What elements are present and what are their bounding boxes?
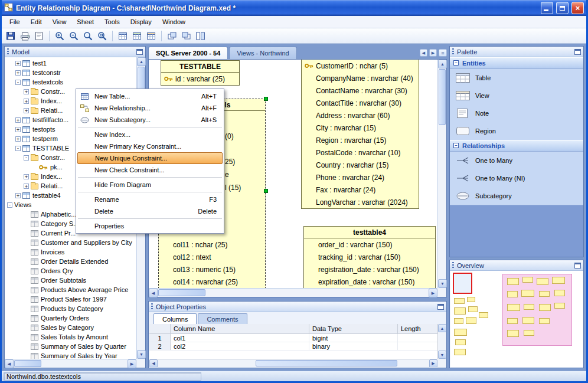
palette-header[interactable]: Palette	[450, 47, 583, 57]
scroll-right-button[interactable]: ▶	[429, 289, 437, 297]
grid-cell[interactable]	[398, 342, 441, 350]
minus-expander-icon[interactable]: -	[15, 146, 21, 151]
diagram-table-testtable4[interactable]: testtable4order_id : varchar (150)tracki…	[303, 226, 436, 288]
maximize-button[interactable]	[556, 2, 569, 14]
context-menu-new-index[interactable]: New Index...	[77, 129, 223, 140]
op-vertical-scrollbar[interactable]: ▲ ▼	[437, 324, 446, 359]
scroll-thumb[interactable]	[158, 289, 205, 296]
minus-expander-icon[interactable]: -	[7, 202, 12, 208]
plus-expander-icon[interactable]: +	[15, 117, 21, 123]
tree-item-sales-by-category[interactable]: Sales by Category	[5, 323, 136, 332]
scroll-left-button[interactable]: ◀	[149, 289, 158, 297]
scroll-left-button[interactable]: ◀	[5, 359, 14, 368]
tree-item-order-details-extended[interactable]: Order Details Extended	[5, 257, 136, 266]
tile-sheets-button[interactable]	[194, 30, 207, 42]
float-panel-icon[interactable]	[574, 263, 581, 269]
plus-expander-icon[interactable]: +	[24, 89, 29, 94]
context-menu-rename[interactable]: RenameF3	[77, 194, 223, 205]
column-header-length[interactable]: Length	[398, 324, 441, 333]
plus-expander-icon[interactable]: +	[15, 193, 21, 198]
zoom-in-button[interactable]	[53, 30, 66, 42]
tree-horizontal-scrollbar[interactable]: ◀ ▶	[5, 359, 136, 368]
canvas-horizontal-scrollbar[interactable]: ◀ ▶	[149, 288, 437, 297]
tree-item-summary-of-sales-by-year[interactable]: Summary of Sales by Year	[5, 351, 136, 359]
context-menu-properties[interactable]: Properties	[77, 220, 223, 232]
tree-item-test1[interactable]: +test1	[5, 58, 136, 68]
palette-section-relationships[interactable]: Relationships	[450, 140, 583, 152]
plus-expander-icon[interactable]: +	[15, 127, 21, 132]
selection-handle[interactable]	[264, 97, 268, 101]
context-menu-new-primary-key-constraint[interactable]: New Primary Key Constraint...	[77, 140, 223, 152]
palette-item-view[interactable]: View	[450, 87, 583, 104]
tree-item-invoices[interactable]: Invoices	[5, 247, 136, 257]
context-menu-delete[interactable]: DeleteDelete	[77, 205, 223, 217]
menu-sheet[interactable]: Sheet	[71, 17, 99, 27]
plus-expander-icon[interactable]: +	[24, 99, 29, 104]
zoom-actual-button[interactable]	[81, 30, 94, 42]
plus-expander-icon[interactable]: +	[24, 108, 29, 113]
tab-sql-server-2000-54[interactable]: SQL Server 2000 - 54	[148, 47, 228, 59]
new-table-button[interactable]	[130, 30, 143, 42]
tree-item-products-above-average-price[interactable]: Products Above Average Price	[5, 285, 136, 294]
drag-grip-icon[interactable]	[7, 48, 9, 55]
drag-grip-icon[interactable]	[151, 303, 153, 310]
scroll-right-button[interactable]: ▶	[128, 359, 136, 368]
palette-item-region[interactable]: Region	[450, 122, 583, 140]
grid-cell[interactable]: 2	[149, 342, 171, 350]
save-button[interactable]	[4, 30, 17, 42]
scroll-up-button[interactable]: ▲	[438, 324, 446, 332]
tree-item-products-by-category[interactable]: Products by Category	[5, 304, 136, 313]
grid-cell[interactable]: 1	[149, 334, 171, 342]
context-menu-new-subcategory[interactable]: New Subcategory...Alt+S	[77, 114, 223, 126]
zoom-out-button[interactable]	[67, 30, 80, 42]
diagram-table-partial-top-table[interactable]: CustomerID : nchar (5)CompanyName : nvar…	[301, 60, 419, 209]
canvas-vertical-scrollbar[interactable]: ▲ ▼	[437, 60, 446, 288]
bring-to-front-button[interactable]	[165, 30, 178, 42]
drag-grip-icon[interactable]	[452, 48, 454, 55]
plus-expander-icon[interactable]: +	[24, 174, 29, 179]
diagram-table-testtable[interactable]: TESTTABLEid : varchar (25)	[161, 60, 240, 86]
tree-item-testextcols[interactable]: -testextcols	[5, 77, 136, 87]
scroll-thumb[interactable]	[14, 360, 41, 367]
palette-item-subcategory[interactable]: Subcategory	[450, 187, 583, 205]
palette-item-note[interactable]: Note	[450, 104, 583, 122]
scroll-right-button[interactable]: ▶	[429, 359, 437, 367]
overview-header[interactable]: Overview	[450, 260, 583, 271]
overview-viewport[interactable]	[453, 273, 472, 294]
scroll-up-button[interactable]: ▲	[137, 57, 146, 66]
plus-expander-icon[interactable]: +	[15, 70, 21, 76]
minimize-button[interactable]	[541, 2, 553, 14]
plus-expander-icon[interactable]: +	[15, 61, 21, 66]
menu-display[interactable]: Display	[125, 17, 157, 27]
print-button[interactable]	[18, 30, 31, 42]
zoom-region-button[interactable]	[96, 30, 109, 42]
scroll-up-button[interactable]: ▲	[438, 60, 447, 68]
menu-window[interactable]: Window	[157, 17, 191, 27]
menu-edit[interactable]: Edit	[25, 17, 47, 27]
grid-cell[interactable]: col2	[171, 342, 309, 350]
context-menu-hide-from-diagram[interactable]: Hide From Diagram	[77, 179, 223, 191]
model-panel-header[interactable]: Model	[5, 47, 145, 57]
column-header-column-name[interactable]: Column Name	[171, 324, 309, 333]
tree-item-orders-qry[interactable]: Orders Qry	[5, 266, 136, 276]
tree-item-order-subtotals[interactable]: Order Subtotals	[5, 276, 136, 285]
grid-cell[interactable]: binary	[309, 342, 398, 350]
op-horizontal-scrollbar[interactable]: ◀ ▶	[149, 359, 437, 367]
tab-scroll-right-button[interactable]: ▶	[429, 49, 437, 57]
scroll-down-button[interactable]: ▼	[438, 279, 447, 288]
column-header-row-number[interactable]	[149, 324, 171, 333]
scroll-down-button[interactable]: ▼	[438, 351, 446, 359]
table-key-button[interactable]	[145, 30, 158, 42]
send-to-back-button[interactable]	[179, 30, 192, 42]
grid-cell[interactable]: bigint	[309, 334, 398, 342]
plus-expander-icon[interactable]: +	[24, 184, 29, 189]
tab-scroll-left-button[interactable]: ◀	[420, 49, 427, 57]
float-panel-icon[interactable]	[574, 49, 581, 55]
tab-list-button[interactable]: ≡	[439, 49, 447, 57]
show-grid-button[interactable]	[116, 30, 129, 42]
context-menu-new-unique-constraint[interactable]: New Unique Constraint...	[77, 152, 223, 164]
column-header-data-type[interactable]: Data Type	[309, 324, 398, 333]
grid-cell[interactable]	[398, 334, 441, 342]
close-button[interactable]: ×	[571, 2, 584, 14]
context-menu-new-relationship[interactable]: New Relationship...Alt+F	[77, 102, 223, 114]
